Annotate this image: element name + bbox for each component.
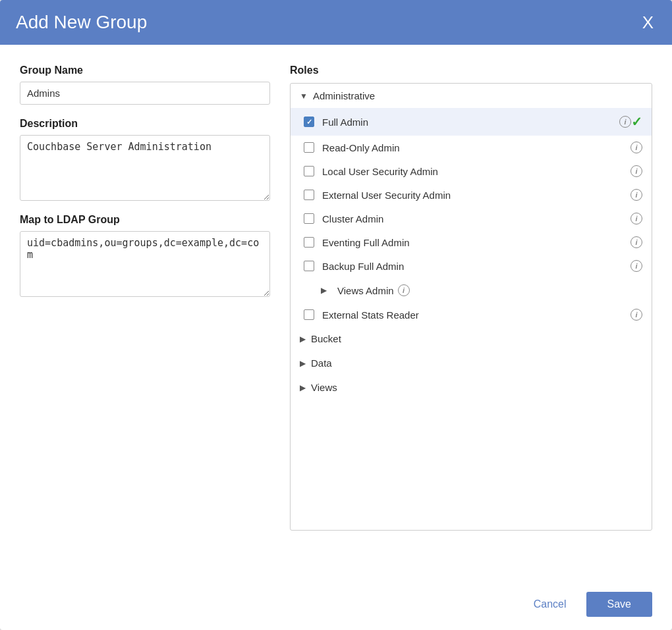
category-data[interactable]: ▶ Data xyxy=(291,351,652,375)
eventing-full-admin-checkbox[interactable] xyxy=(304,237,314,248)
administrative-arrow: ▼ xyxy=(300,92,308,101)
external-stats-reader-checkbox[interactable] xyxy=(304,309,314,320)
readonly-admin-label: Read-Only Admin xyxy=(322,142,627,153)
role-item-full-admin: Full Admin i ✓ xyxy=(291,108,652,136)
description-input[interactable]: Couchbase Server Administration xyxy=(20,135,270,201)
data-arrow: ▶ xyxy=(300,359,306,368)
external-user-security-admin-info-icon[interactable]: i xyxy=(630,189,642,201)
readonly-admin-checkbox[interactable] xyxy=(304,142,314,153)
full-admin-checkmark: ✓ xyxy=(631,114,642,130)
category-bucket[interactable]: ▶ Bucket xyxy=(291,327,652,351)
bucket-arrow: ▶ xyxy=(300,334,306,344)
eventing-full-admin-info-icon[interactable]: i xyxy=(630,236,642,248)
role-item-local-user-security-admin: Local User Security Admin i xyxy=(291,159,652,183)
group-name-label: Group Name xyxy=(20,65,270,76)
role-item-external-stats-reader: External Stats Reader i xyxy=(291,303,652,327)
external-user-security-admin-checkbox[interactable] xyxy=(304,190,314,200)
local-user-security-admin-info-icon[interactable]: i xyxy=(630,165,642,177)
views-arrow: ▶ xyxy=(300,383,306,392)
eventing-full-admin-label: Eventing Full Admin xyxy=(322,237,627,248)
readonly-admin-info-icon[interactable]: i xyxy=(630,142,642,153)
external-user-security-admin-label: External User Security Admin xyxy=(322,190,627,201)
category-administrative[interactable]: ▼ Administrative xyxy=(291,84,652,108)
views-admin-info-icon[interactable]: i xyxy=(398,284,410,296)
backup-full-admin-info-icon[interactable]: i xyxy=(630,260,642,272)
cluster-admin-info-icon[interactable]: i xyxy=(630,213,642,224)
cancel-button[interactable]: Cancel xyxy=(523,593,577,616)
bucket-label: Bucket xyxy=(311,333,341,344)
ldap-group-label: Map to LDAP Group xyxy=(20,214,270,226)
full-admin-label: Full Admin xyxy=(322,117,615,128)
left-panel: Group Name Description Couchbase Server … xyxy=(20,65,270,568)
save-button[interactable]: Save xyxy=(586,592,652,617)
full-admin-checkbox[interactable] xyxy=(304,117,314,127)
views-admin-arrow: ▶ xyxy=(321,286,327,295)
category-views[interactable]: ▶ Views xyxy=(291,375,652,400)
category-views-admin[interactable]: ▶ Views Admin i xyxy=(291,278,652,303)
backup-full-admin-checkbox[interactable] xyxy=(304,261,314,271)
right-panel: Roles ▼ Administrative Full Admin i ✓ xyxy=(290,65,652,568)
close-button[interactable]: X xyxy=(640,14,656,31)
views-admin-label: Views Admin xyxy=(337,285,394,296)
dialog-title: Add New Group xyxy=(16,12,147,33)
cluster-admin-checkbox[interactable] xyxy=(304,213,314,224)
ldap-input[interactable]: uid=cbadmins,ou=groups,dc=example,dc=com xyxy=(20,231,270,297)
administrative-label: Administrative xyxy=(313,90,375,101)
roles-list: ▼ Administrative Full Admin i ✓ Read-Onl… xyxy=(291,84,652,400)
full-admin-info-icon[interactable]: i xyxy=(619,116,631,128)
dialog-footer: Cancel Save xyxy=(0,581,672,630)
external-stats-reader-info-icon[interactable]: i xyxy=(630,309,642,321)
dialog-body: Group Name Description Couchbase Server … xyxy=(0,45,672,581)
role-item-readonly-admin: Read-Only Admin i xyxy=(291,136,652,159)
roles-container: ▼ Administrative Full Admin i ✓ Read-Onl… xyxy=(290,83,652,531)
add-new-group-dialog: Add New Group X Group Name Description C… xyxy=(0,0,672,630)
role-item-eventing-full-admin: Eventing Full Admin i xyxy=(291,230,652,254)
role-item-cluster-admin: Cluster Admin i xyxy=(291,207,652,230)
external-stats-reader-label: External Stats Reader xyxy=(322,309,627,321)
role-item-backup-full-admin: Backup Full Admin i xyxy=(291,254,652,278)
local-user-security-admin-label: Local User Security Admin xyxy=(322,166,627,177)
local-user-security-admin-checkbox[interactable] xyxy=(304,166,314,176)
views-label: Views xyxy=(311,382,337,393)
roles-label: Roles xyxy=(290,65,652,76)
backup-full-admin-label: Backup Full Admin xyxy=(322,261,627,272)
description-label: Description xyxy=(20,118,270,130)
group-name-input[interactable] xyxy=(20,82,270,105)
dialog-header: Add New Group X xyxy=(0,0,672,45)
role-item-external-user-security-admin: External User Security Admin i xyxy=(291,183,652,207)
cluster-admin-label: Cluster Admin xyxy=(322,213,627,224)
data-label: Data xyxy=(311,357,332,369)
